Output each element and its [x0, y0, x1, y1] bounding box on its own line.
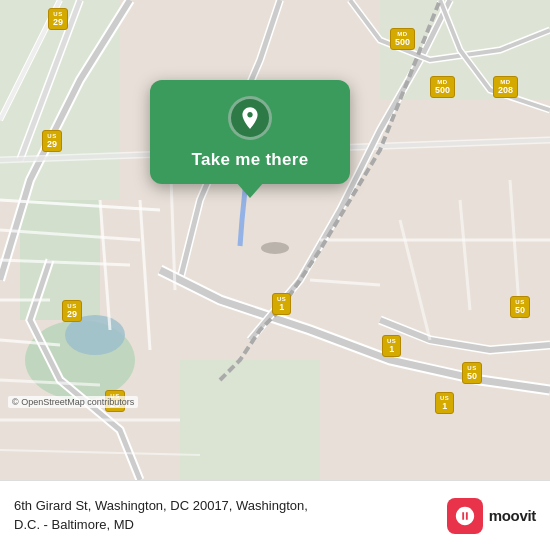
- map-container: US 29 US 29 US 29 US 29 US 1 US 1 US 1 U…: [0, 0, 550, 480]
- address-text: 6th Girard St, Washington, DC 20017, Was…: [14, 497, 447, 533]
- marker-card: Take me there: [150, 80, 350, 184]
- road-sign-md208: MD 208: [493, 76, 518, 98]
- footer-info: 6th Girard St, Washington, DC 20017, Was…: [14, 497, 447, 533]
- road-sign-md500-top: MD 500: [390, 28, 415, 50]
- road-sign-us50-right: US 50: [462, 362, 482, 384]
- road-sign-us1-bottom-right: US 1: [435, 392, 454, 414]
- moovit-logo-icon: [454, 505, 476, 527]
- moovit-icon: [447, 498, 483, 534]
- moovit-logo: moovit: [447, 498, 536, 534]
- road-sign-us29-bottom: US 29: [62, 300, 82, 322]
- road-sign-us50-far-right: US 50: [510, 296, 530, 318]
- pin-icon: [228, 96, 272, 140]
- road-sign-us1-center: US 1: [272, 293, 291, 315]
- moovit-label: moovit: [489, 507, 536, 524]
- footer-bar: 6th Girard St, Washington, DC 20017, Was…: [0, 480, 550, 550]
- svg-rect-4: [180, 360, 320, 480]
- road-sign-us1-right: US 1: [382, 335, 401, 357]
- osm-attribution: © OpenStreetMap contributors: [8, 396, 138, 408]
- road-sign-md500-mid: MD 500: [430, 76, 455, 98]
- road-sign-us29-mid: US 29: [42, 130, 62, 152]
- take-me-there-button[interactable]: Take me there: [192, 150, 309, 170]
- attribution-text: © OpenStreetMap contributors: [12, 397, 134, 407]
- map-svg: [0, 0, 550, 480]
- svg-point-29: [261, 242, 289, 254]
- road-sign-us29-top: US 29: [48, 8, 68, 30]
- location-icon: [237, 105, 263, 131]
